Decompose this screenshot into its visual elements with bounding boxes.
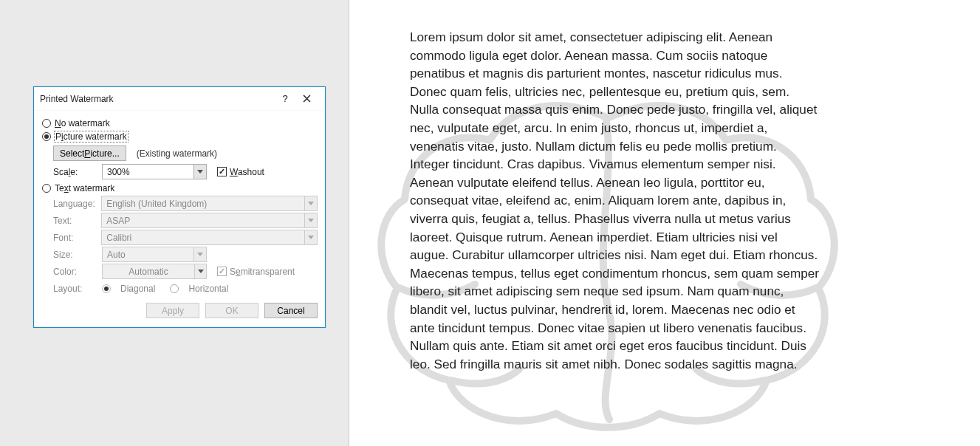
chevron-down-icon xyxy=(193,165,206,179)
scale-combo[interactable]: 300% xyxy=(102,164,207,179)
help-button[interactable]: ? xyxy=(276,89,294,109)
dialog-titlebar[interactable]: Printed Watermark ? xyxy=(34,87,325,111)
picture-watermark-label: Picture watermark xyxy=(55,131,128,142)
text-watermark-option[interactable]: Text watermark xyxy=(42,182,318,195)
scale-label: Scale: xyxy=(53,167,102,177)
text-watermark-label: Text watermark xyxy=(55,183,114,193)
picture-watermark-option[interactable]: Picture watermark xyxy=(42,130,318,143)
chevron-down-icon xyxy=(194,264,206,278)
font-row: Font: Calibri xyxy=(53,229,318,246)
radio-icon xyxy=(42,132,51,141)
semitransparent-checkbox xyxy=(217,267,227,276)
font-value: Calibri xyxy=(102,233,304,243)
scale-row: Scale: 300% Washout xyxy=(53,163,318,180)
radio-icon xyxy=(42,119,51,128)
text-row: Text: ASAP xyxy=(53,212,318,229)
dialog-title: Printed Watermark xyxy=(40,94,276,104)
chevron-down-icon xyxy=(193,247,206,261)
chevron-down-icon xyxy=(304,213,317,227)
language-value: English (United Kingdom) xyxy=(102,199,304,209)
horizontal-label: Horizontal xyxy=(188,284,228,294)
language-combo: English (United Kingdom) xyxy=(101,196,318,211)
select-picture-button[interactable]: Select Picture... xyxy=(53,145,126,161)
color-label: Color: xyxy=(53,267,102,277)
font-combo: Calibri xyxy=(101,230,318,245)
diagonal-label: Diagonal xyxy=(120,284,155,294)
horizontal-radio xyxy=(170,284,179,293)
semitransparent-label: Semitransparent xyxy=(230,267,295,277)
apply-button: Apply xyxy=(146,303,199,318)
chevron-down-icon xyxy=(304,196,317,210)
ok-button: OK xyxy=(205,303,258,318)
text-combo: ASAP xyxy=(101,213,318,228)
size-combo: Auto xyxy=(102,247,207,262)
font-label: Font: xyxy=(53,233,101,243)
close-button[interactable] xyxy=(294,89,319,109)
scale-value: 300% xyxy=(103,167,193,177)
no-watermark-option[interactable]: No watermark xyxy=(42,117,318,130)
size-value: Auto xyxy=(103,250,193,260)
text-label: Text: xyxy=(53,216,101,226)
radio-icon xyxy=(42,184,51,193)
dialog-body: No watermark Picture watermark Select Pi… xyxy=(34,111,325,327)
layout-row: Layout: Diagonal Horizontal xyxy=(53,280,318,297)
select-picture-row: Select Picture... (Existing watermark) xyxy=(53,145,318,162)
layout-label: Layout: xyxy=(53,284,102,294)
document-page: Lorem ipsum dolor sit amet, consectetuer… xyxy=(349,0,980,446)
language-row: Language: English (United Kingdom) xyxy=(53,195,318,212)
size-label: Size: xyxy=(53,250,102,260)
close-icon xyxy=(303,95,311,103)
dialog-actions: Apply OK Cancel xyxy=(41,303,318,318)
text-value: ASAP xyxy=(102,216,304,226)
color-value: Automatic xyxy=(103,267,194,277)
document-body-text: Lorem ipsum dolor sit amet, consectetuer… xyxy=(410,28,820,373)
diagonal-radio xyxy=(102,284,111,293)
color-combo: Automatic xyxy=(102,264,207,279)
existing-watermark-text: (Existing watermark) xyxy=(137,148,217,159)
cancel-button[interactable]: Cancel xyxy=(264,303,318,318)
chevron-down-icon xyxy=(304,230,317,244)
language-label: Language: xyxy=(53,199,101,209)
printed-watermark-dialog: Printed Watermark ? No watermark Picture… xyxy=(33,86,326,328)
no-watermark-label: No watermark xyxy=(55,118,110,128)
washout-label: Washout xyxy=(230,167,264,177)
color-row: Color: Automatic Semitransparent xyxy=(53,263,318,280)
washout-checkbox[interactable] xyxy=(217,167,227,176)
size-row: Size: Auto xyxy=(53,246,318,263)
